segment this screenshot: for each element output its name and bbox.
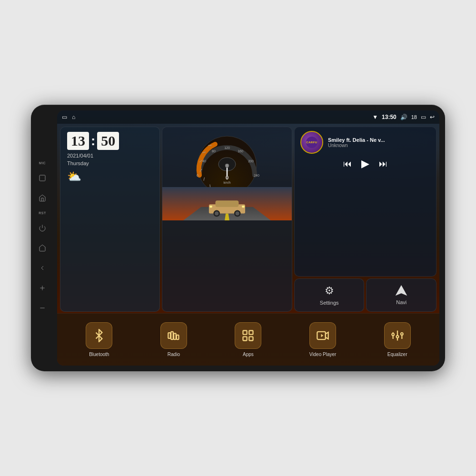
svg-point-22 (225, 164, 229, 168)
video-player-label: Video Player (309, 352, 337, 357)
bluetooth-icon-container (86, 322, 112, 349)
clock-minute: 50 (97, 132, 119, 150)
svg-rect-44 (249, 337, 253, 340)
settings-label: Settings (320, 300, 339, 306)
svg-point-53 (401, 333, 403, 335)
radio-icon-container (160, 322, 187, 349)
svg-text:0: 0 (226, 175, 228, 180)
svg-rect-39 (174, 333, 176, 339)
main-content: 13 : 50 2021/04/01 Thursday ⛅ (57, 124, 439, 366)
svg-rect-29 (215, 200, 238, 207)
play-button[interactable]: ▶ (361, 158, 369, 170)
radio-label: Radio (168, 352, 180, 357)
home-btn[interactable] (36, 191, 49, 205)
svg-rect-0 (40, 175, 45, 181)
music-widget: CARFU Smiley ft. Delia - Ne v... Unknown… (294, 127, 436, 277)
next-button[interactable]: ⏭ (379, 159, 387, 169)
music-artist: Unknown (328, 143, 385, 148)
bottom-bar: Bluetooth Radio (57, 313, 439, 366)
navi-icon (396, 285, 407, 297)
recent-apps-icon[interactable]: ▭ (62, 114, 67, 120)
road-scene (162, 187, 292, 220)
speedometer-gauge: 0 40 80 120 160 200 240 (189, 130, 265, 187)
home-status-icon[interactable]: ⌂ (72, 114, 75, 120)
bluetooth-button[interactable]: Bluetooth (62, 322, 137, 357)
music-title: Smiley ft. Delia - Ne v... (328, 137, 385, 143)
carfu-label: CARFU (306, 141, 317, 144)
apps-button[interactable]: Apps (211, 322, 286, 357)
apps-label: Apps (243, 352, 254, 357)
screen: ▭ ⌂ ▼ 13:50 🔊 18 ▭ ↩ 13 : (57, 110, 439, 366)
settings-navi-row: ⚙ Settings Navi (294, 278, 436, 312)
bluetooth-label: Bluetooth (89, 352, 109, 357)
svg-point-33 (236, 211, 239, 215)
svg-rect-42 (249, 331, 253, 335)
navi-label: Navi (396, 299, 407, 305)
back-btn[interactable] (36, 261, 49, 275)
weather-icon: ⛅ (67, 170, 81, 183)
clock-hour: 13 (67, 132, 89, 150)
svg-marker-46 (326, 332, 328, 339)
svg-point-51 (392, 333, 394, 336)
status-right: ▼ 13:50 🔊 18 ▭ ↩ (372, 114, 435, 120)
svg-rect-34 (209, 206, 212, 208)
video-player-button[interactable]: Video Player (286, 322, 360, 357)
video-icon-container (309, 322, 336, 349)
settings-widget[interactable]: ⚙ Settings (294, 278, 365, 312)
equalizer-icon (391, 329, 404, 342)
apps-icon-container (235, 322, 261, 349)
clock-weather: ⛅ (67, 170, 153, 183)
vol-down-btn[interactable] (36, 301, 49, 315)
apps-icon (241, 329, 255, 342)
svg-text:200: 200 (248, 159, 254, 163)
svg-rect-37 (168, 333, 170, 338)
clock-date: 2021/04/01 (67, 153, 153, 159)
svg-point-32 (215, 211, 218, 215)
equalizer-button[interactable]: Equalizer (360, 322, 435, 357)
music-text: Smiley ft. Delia - Ne v... Unknown (328, 137, 385, 148)
mic-label: MIC (39, 161, 46, 165)
rst-label: RST (39, 211, 46, 215)
prev-button[interactable]: ⏮ (343, 159, 352, 169)
svg-text:km/h: km/h (223, 181, 230, 184)
bluetooth-icon (92, 329, 106, 342)
equalizer-label: Equalizer (387, 352, 407, 357)
svg-marker-47 (321, 334, 324, 337)
svg-text:0: 0 (197, 174, 198, 177)
album-art: CARFU (300, 131, 323, 154)
svg-text:120: 120 (224, 146, 230, 149)
equalizer-icon-container (384, 322, 411, 349)
home2-btn[interactable] (36, 241, 49, 255)
music-info: CARFU Smiley ft. Delia - Ne v... Unknown (300, 131, 430, 154)
power-btn[interactable] (36, 221, 49, 235)
volume-level: 18 (411, 114, 417, 120)
speedometer-widget: 0 40 80 120 160 200 240 (162, 127, 292, 312)
clock-day: Thursday (67, 160, 153, 166)
volume-icon: 🔊 (400, 114, 407, 120)
car-head-unit: MIC RST ▭ ⌂ (31, 105, 445, 371)
svg-rect-40 (177, 335, 179, 339)
vol-up-btn[interactable] (36, 281, 49, 295)
radio-icon (167, 329, 180, 342)
status-time: 13:50 (382, 114, 397, 120)
settings-icon: ⚙ (325, 285, 334, 297)
radio-button[interactable]: Radio (137, 322, 211, 357)
album-art-inner: CARFU (306, 137, 317, 148)
widgets-row: 13 : 50 2021/04/01 Thursday ⛅ (57, 124, 439, 313)
svg-text:40: 40 (202, 159, 206, 163)
clock-display: 13 : 50 (67, 132, 153, 150)
svg-text:160: 160 (238, 149, 243, 153)
back-status-icon: ↩ (430, 114, 435, 120)
svg-text:240: 240 (254, 174, 259, 177)
status-left: ▭ ⌂ (62, 114, 75, 120)
svg-marker-36 (397, 286, 406, 295)
svg-text:80: 80 (212, 149, 216, 153)
svg-rect-38 (171, 332, 173, 339)
wifi-icon: ▼ (372, 114, 378, 120)
window-btn[interactable] (36, 171, 49, 185)
navi-widget[interactable]: Navi (366, 278, 436, 312)
svg-rect-43 (243, 337, 247, 340)
svg-point-52 (396, 336, 398, 338)
music-controls: ⏮ ▶ ⏭ (300, 158, 430, 170)
svg-rect-41 (243, 331, 247, 335)
